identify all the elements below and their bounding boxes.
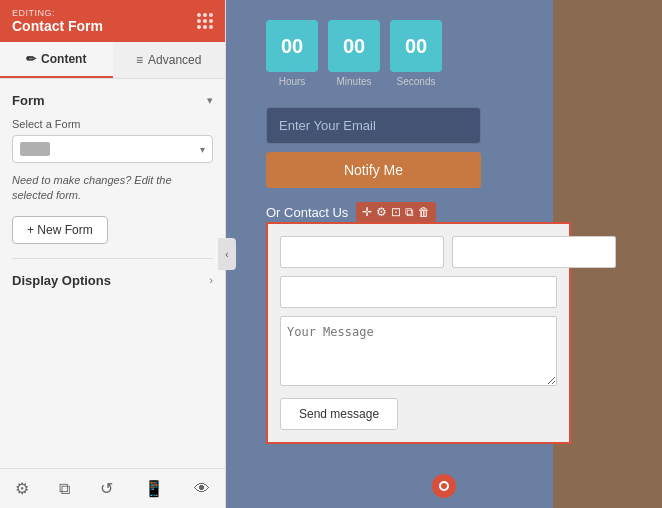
panel-content: Form ▾ Select a Form ▾ Need to make chan…	[0, 79, 225, 468]
form-section-title: Form	[12, 93, 45, 108]
settings-icon[interactable]: ⚙	[15, 479, 29, 498]
mobile-icon[interactable]: 📱	[144, 479, 164, 498]
contact-bar-icons: ✛ ⚙ ⊡ ⧉ 🗑	[356, 202, 436, 222]
last-name-input[interactable]	[452, 236, 616, 268]
notify-button[interactable]: Notify Me	[266, 152, 481, 188]
move-icon[interactable]: ✛	[362, 205, 372, 219]
bottom-toolbar: ⚙ ⧉ ↺ 📱 👁	[0, 468, 225, 508]
new-form-button[interactable]: + New Form	[12, 216, 108, 244]
canvas-content: 00 Hours 00 Minutes 00 Seconds Notify Me…	[226, 0, 662, 464]
copy-icon[interactable]: ⊡	[391, 205, 401, 219]
add-section-icon	[439, 481, 449, 491]
select-form-wrapper: ▾	[12, 135, 213, 163]
countdown-row: 00 Hours 00 Minutes 00 Seconds	[266, 20, 442, 87]
editing-label: EDITING:	[12, 8, 103, 18]
form-name-row	[280, 236, 557, 268]
seconds-value: 00	[390, 20, 442, 72]
hours-value: 00	[266, 20, 318, 72]
minutes-value: 00	[328, 20, 380, 72]
duplicate-icon[interactable]: ⧉	[405, 205, 414, 219]
contact-form-container: Send message	[266, 222, 571, 444]
delete-icon[interactable]: 🗑	[418, 205, 430, 219]
tabs-row: ✏ Content ≡ Advanced	[0, 42, 225, 79]
canvas-area: 00 Hours 00 Minutes 00 Seconds Notify Me…	[226, 0, 662, 508]
display-options-chevron: ›	[209, 274, 213, 286]
preview-icon[interactable]: 👁	[194, 480, 210, 498]
sliders-icon: ≡	[136, 53, 143, 67]
form-email-input[interactable]	[280, 276, 557, 308]
pencil-icon: ✏	[26, 52, 36, 66]
history-icon[interactable]: ↺	[100, 479, 113, 498]
panel-collapse-arrow[interactable]: ‹	[218, 238, 236, 270]
form-section-chevron: ▾	[207, 94, 213, 107]
form-section-header[interactable]: Form ▾	[12, 93, 213, 108]
settings2-icon[interactable]: ⚙	[376, 205, 387, 219]
minutes-countdown: 00 Minutes	[328, 20, 380, 87]
contact-bar: Or Contact Us ✛ ⚙ ⊡ ⧉ 🗑	[266, 202, 436, 222]
select-form-label: Select a Form	[12, 118, 213, 130]
send-message-button[interactable]: Send message	[280, 398, 398, 430]
minutes-label: Minutes	[336, 76, 371, 87]
form-message-textarea[interactable]	[280, 316, 557, 386]
editing-header: EDITING: Contact Form	[0, 0, 225, 42]
first-name-input[interactable]	[280, 236, 444, 268]
display-options-title: Display Options	[12, 273, 111, 288]
email-input[interactable]	[266, 107, 481, 144]
contact-bar-text: Or Contact Us	[266, 205, 348, 220]
hours-label: Hours	[279, 76, 306, 87]
dots-menu-icon[interactable]	[197, 13, 213, 29]
add-section-button[interactable]	[432, 474, 456, 498]
display-options-header[interactable]: Display Options ›	[12, 273, 213, 288]
seconds-label: Seconds	[397, 76, 436, 87]
section-divider	[12, 258, 213, 259]
layers-icon[interactable]: ⧉	[59, 480, 70, 498]
tab-advanced[interactable]: ≡ Advanced	[113, 42, 226, 78]
help-text: Need to make changes? Edit the selected …	[12, 173, 213, 204]
tab-content[interactable]: ✏ Content	[0, 42, 113, 78]
hours-countdown: 00 Hours	[266, 20, 318, 87]
seconds-countdown: 00 Seconds	[390, 20, 442, 87]
page-title: Contact Form	[12, 18, 103, 34]
left-panel: EDITING: Contact Form ✏ Content ≡ Advanc…	[0, 0, 226, 508]
